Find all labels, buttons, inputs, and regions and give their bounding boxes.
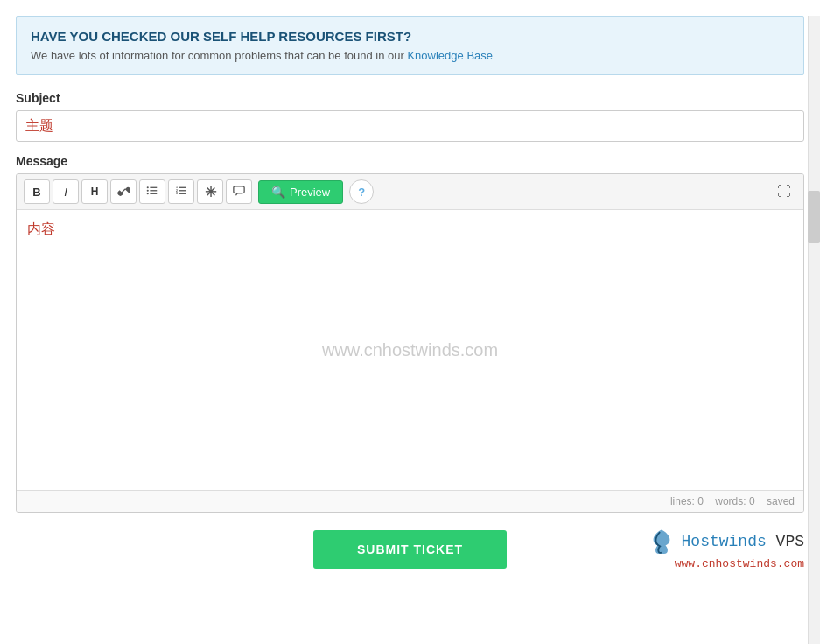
scrollbar-thumb[interactable] (808, 191, 820, 243)
unordered-list-icon (146, 185, 158, 200)
self-help-title: HAVE YOU CHECKED OUR SELF HELP RESOURCES… (31, 29, 789, 44)
comment-icon (233, 185, 245, 200)
submit-section: SUBMIT TICKET Hostwinds VPS www.cnhostwi… (0, 513, 820, 578)
svg-rect-8 (179, 192, 186, 193)
editor-container: B I H (16, 173, 804, 513)
svg-rect-2 (150, 192, 157, 193)
svg-rect-0 (150, 186, 157, 187)
words-count: words: 0 (715, 495, 754, 508)
link-button[interactable] (110, 179, 137, 204)
ordered-list-icon: 1 2 3 (175, 185, 187, 200)
svg-point-5 (147, 192, 149, 194)
editor-toolbar: B I H (17, 174, 803, 210)
subject-input[interactable] (16, 110, 804, 142)
svg-point-3 (147, 186, 149, 188)
preview-button[interactable]: 🔍 Preview (258, 180, 343, 204)
editor-footer: lines: 0 words: 0 saved (17, 490, 803, 512)
saved-status: saved (767, 495, 795, 508)
brand-host: Hostwinds (682, 533, 767, 550)
svg-rect-12 (234, 186, 244, 192)
svg-rect-6 (179, 186, 186, 187)
expand-icon: ⛶ (777, 184, 791, 200)
brand-name: Hostwinds VPS (682, 533, 804, 550)
self-help-banner: HAVE YOU CHECKED OUR SELF HELP RESOURCES… (16, 16, 804, 75)
self-help-description: We have lots of information for common p… (31, 49, 407, 62)
comment-button[interactable] (226, 179, 252, 204)
svg-point-4 (147, 189, 149, 191)
svg-text:3: 3 (176, 192, 178, 195)
subject-label: Subject (16, 91, 804, 105)
preview-label: Preview (290, 186, 330, 199)
lines-count: lines: 0 (670, 495, 704, 508)
editor-content: 内容 (27, 220, 793, 239)
message-label: Message (16, 154, 804, 168)
submit-ticket-button[interactable]: SUBMIT TICKET (313, 530, 507, 569)
asterisk-icon: ✳ (205, 184, 216, 200)
svg-rect-1 (150, 190, 157, 191)
help-button[interactable]: ? (349, 179, 374, 204)
brand-logo: Hostwinds VPS (646, 526, 804, 557)
help-icon: ? (358, 186, 365, 199)
editor-watermark: www.cnhostwinds.com (322, 340, 498, 360)
expand-button[interactable]: ⛶ (772, 179, 796, 204)
editor-body[interactable]: 内容 www.cnhostwinds.com (17, 210, 803, 490)
knowledge-base-link[interactable]: Knowledge Base (407, 49, 493, 62)
asterisk-button[interactable]: ✳ (197, 179, 223, 204)
heading-button[interactable]: H (81, 179, 108, 204)
svg-rect-7 (179, 190, 186, 191)
unordered-list-button[interactable] (139, 179, 165, 204)
brand-icon (646, 526, 677, 557)
page-wrapper: HAVE YOU CHECKED OUR SELF HELP RESOURCES… (0, 16, 820, 644)
ordered-list-button[interactable]: 1 2 3 (168, 179, 194, 204)
form-section: Subject Message B I H (0, 91, 820, 513)
heading-icon: H (91, 186, 99, 198)
brand-vps: VPS (776, 533, 804, 550)
bold-icon: B (32, 186, 40, 199)
italic-icon: I (64, 186, 67, 199)
self-help-text: We have lots of information for common p… (31, 49, 789, 62)
brand-url: www.cnhostwinds.com (646, 557, 804, 570)
italic-button[interactable]: I (53, 179, 79, 204)
brand-area: Hostwinds VPS www.cnhostwinds.com (646, 526, 804, 570)
link-icon (117, 185, 130, 200)
bold-button[interactable]: B (24, 179, 50, 204)
scrollbar-track[interactable] (808, 16, 820, 644)
search-icon: 🔍 (271, 186, 285, 199)
